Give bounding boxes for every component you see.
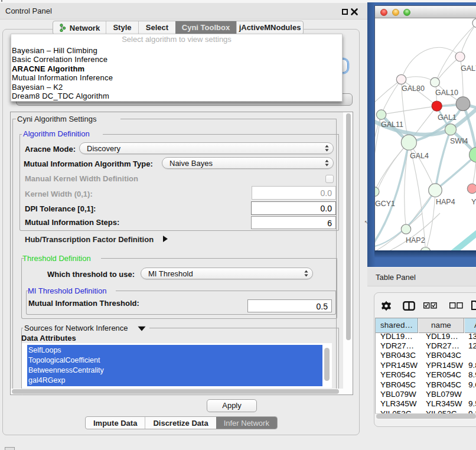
- svg-text:GCY1: GCY1: [375, 200, 395, 208]
- svg-text:YM: YM: [471, 198, 476, 206]
- svg-text:GAL7: GAL7: [461, 64, 476, 73]
- svg-text:SWI4: SWI4: [450, 137, 468, 145]
- svg-text:GAL1: GAL1: [438, 113, 457, 122]
- svg-text:GAL10: GAL10: [435, 89, 458, 97]
- svg-text:HAP2: HAP2: [406, 236, 425, 244]
- svg-text:HAP4: HAP4: [436, 198, 455, 206]
- svg-text:GAL11: GAL11: [381, 120, 403, 129]
- svg-text:GAL80: GAL80: [402, 84, 425, 93]
- svg-text:GAL4: GAL4: [410, 152, 429, 160]
